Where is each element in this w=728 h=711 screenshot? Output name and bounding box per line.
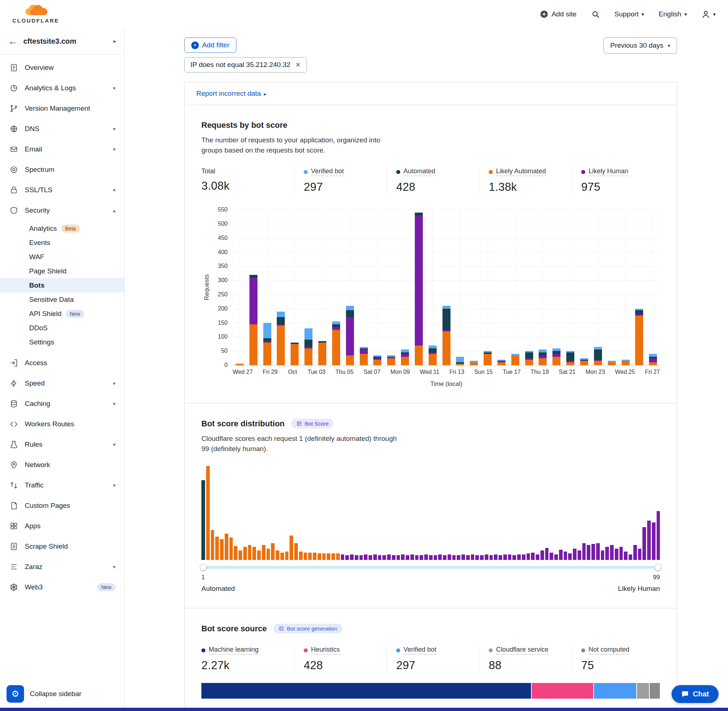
segment-verified-bot: [552, 348, 561, 351]
sidebar-item-zaraz[interactable]: Zaraz▾: [0, 557, 124, 577]
x-axis: Wed 27Fri 29OctTue 03Thu 05Sat 07Mon 09W…: [233, 369, 660, 375]
sidebar-item-settings[interactable]: Settings: [0, 335, 124, 349]
segment-verified-bot: [263, 323, 271, 339]
date-range-button[interactable]: Previous 30 days ▾: [604, 37, 677, 53]
segment-likely-automated: [470, 362, 478, 365]
segment-verified-bot: [594, 347, 602, 350]
sidebar-item-security[interactable]: Security▴: [0, 200, 124, 221]
sidebar-item-page-shield[interactable]: Page Shield: [0, 264, 124, 278]
x-tick-label: Wed 27: [233, 369, 253, 375]
chevron-down-icon: ▾: [113, 401, 115, 407]
bar-tue-24: [605, 210, 619, 365]
traffic-icon: [9, 481, 18, 490]
legend-dot: [581, 170, 585, 174]
search-button[interactable]: [591, 10, 600, 19]
sidebar-item-network[interactable]: Network: [0, 455, 124, 475]
bot-score-badge[interactable]: Bot Score: [291, 419, 334, 428]
sidebar-item-bots[interactable]: Bots: [0, 278, 124, 292]
bar-thu-05: [343, 210, 357, 365]
stat-verified-bot: Verified bot297: [386, 646, 479, 672]
hist-bar-score-68: [512, 555, 516, 560]
sidebar-item-ssl-tls[interactable]: SSL/TLS▾: [0, 180, 124, 200]
hist-bar-score-30: [336, 553, 340, 560]
cloudflare-logo[interactable]: CLOUDFLARE: [12, 4, 59, 24]
y-tick-label: 100: [218, 333, 227, 340]
sidebar-item-sensitive-data[interactable]: Sensitive Data: [0, 292, 124, 307]
x-tick-label: Sat 21: [559, 369, 575, 375]
chat-button[interactable]: Chat: [672, 685, 719, 703]
x-tick-label: Mon 23: [586, 369, 605, 375]
hist-bar-score-48: [419, 555, 423, 560]
site-switcher-chevron-icon[interactable]: ▸: [113, 38, 116, 44]
section-description: Cloudflare scores each request 1 (defini…: [201, 434, 398, 454]
add-site-button[interactable]: Add site: [540, 10, 576, 19]
sidebar-item-analytics[interactable]: AnalyticsBeta: [0, 221, 124, 236]
sidebar-item-workers-routes[interactable]: Workers Routes: [0, 414, 124, 434]
y-tick-label: 500: [218, 221, 227, 227]
settings-gear-button[interactable]: ⚙: [7, 685, 24, 703]
sidebar-item-label: Overview: [25, 64, 115, 72]
sidebar-item-email[interactable]: Email▾: [0, 139, 124, 159]
hist-bar-score-2: [206, 466, 210, 560]
sidebar-item-spectrum[interactable]: Spectrum: [0, 159, 124, 180]
sidebar-item-rules[interactable]: Rules▾: [0, 434, 124, 455]
source-stats-row: Machine learning2.27kHeuristics428Verifi…: [201, 646, 660, 672]
sidebar-item-ddos[interactable]: DDoS: [0, 321, 124, 335]
hist-bar-score-20: [289, 535, 293, 560]
sidebar-item-label: Security: [25, 207, 106, 214]
support-menu[interactable]: Support ▾: [614, 10, 644, 18]
sidebar-item-traffic[interactable]: Traffic▾: [0, 475, 124, 496]
segment-likely-human: [649, 358, 657, 363]
sidebar-item-events[interactable]: Events: [0, 236, 124, 250]
sidebar-item-caching[interactable]: Caching▾: [0, 394, 124, 414]
back-arrow-icon[interactable]: ←: [8, 36, 18, 46]
hist-bar-score-46: [411, 555, 414, 560]
bot-score-generation-badge[interactable]: Bot score generation: [273, 624, 342, 633]
hist-bar-score-89: [610, 545, 614, 560]
add-filter-button[interactable]: + Add filter: [184, 37, 236, 53]
language-menu[interactable]: English ▾: [659, 10, 687, 18]
x-tick-label: Sun 15: [474, 369, 493, 375]
account-menu[interactable]: ▾: [701, 10, 716, 19]
sidebar-item-scrape-shield[interactable]: Scrape Shield: [0, 536, 124, 557]
slider-handle-max[interactable]: [654, 564, 662, 571]
sidebar-item-web3[interactable]: Web3New: [0, 577, 124, 597]
sidebar-item-version-management[interactable]: Version Management: [0, 98, 124, 119]
hist-bar-score-25: [313, 553, 316, 560]
chevron-down-icon: ▾: [113, 187, 115, 193]
segment-verified-bot: [429, 345, 437, 348]
sidebar-item-waf[interactable]: WAF: [0, 250, 124, 264]
hist-bar-score-80: [568, 553, 572, 560]
page-bottom-bar: [0, 708, 728, 711]
hist-bar-score-60: [475, 555, 479, 560]
segment-likely-automated: [277, 326, 285, 365]
sidebar-item-label: Web3: [25, 583, 91, 591]
requests-stats-row: Total3.08kVerified bot297Automated428Lik…: [201, 167, 660, 194]
slider-handle-min[interactable]: [200, 564, 207, 571]
sidebar-item-label: Network: [25, 461, 115, 469]
sidebar-item-access[interactable]: Access: [0, 353, 124, 373]
x-tick-label: Sat 07: [363, 369, 380, 375]
stat-likely-automated: Likely Automated1.38k: [479, 167, 571, 194]
report-incorrect-link[interactable]: Report incorrect data▸: [196, 90, 266, 97]
sidebar-item-speed[interactable]: Speed▾: [0, 373, 124, 394]
y-tick-label: 250: [218, 291, 227, 298]
stat-value: 297: [396, 659, 479, 672]
sidebar-item-apps[interactable]: Apps: [0, 516, 124, 536]
user-icon: [701, 10, 710, 19]
sidebar-item-dns[interactable]: DNS▾: [0, 119, 124, 139]
sidebar-item-api-shield[interactable]: API ShieldNew: [0, 307, 124, 321]
collapse-sidebar[interactable]: Collapse sidebar: [30, 690, 81, 698]
x-tick-label: [298, 369, 307, 375]
sidebar-item-analytics-logs[interactable]: Analytics & Logs▾: [0, 78, 124, 98]
hist-bar-score-62: [485, 555, 488, 560]
sidebar-item-overview[interactable]: Overview: [0, 58, 124, 78]
hist-bar-score-13: [257, 550, 261, 560]
hist-bar-score-7: [229, 537, 233, 560]
legend-dot: [396, 648, 400, 652]
sidebar-item-custom-pages[interactable]: Custom Pages: [0, 496, 124, 516]
sidebar-item-label: WAF: [29, 253, 44, 261]
remove-filter-icon[interactable]: ✕: [295, 61, 300, 69]
filter-chip[interactable]: IP does not equal 35.212.240.32 ✕: [184, 57, 307, 72]
sidebar-item-label: Zaraz: [25, 563, 106, 571]
